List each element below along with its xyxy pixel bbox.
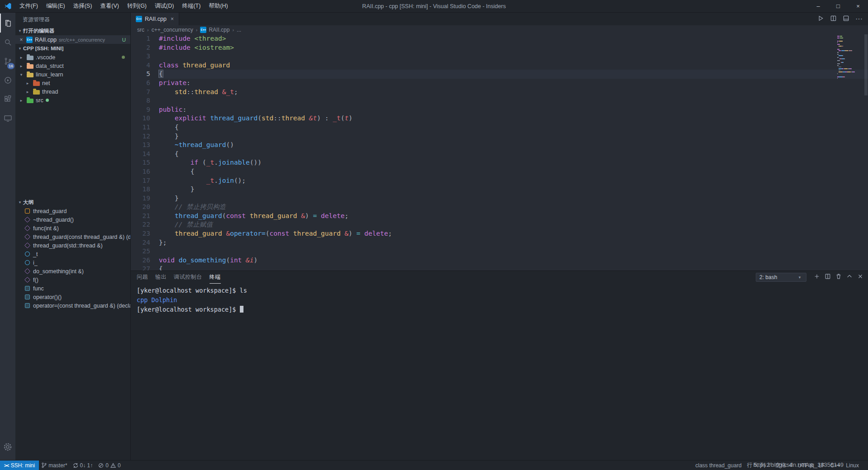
outline-item-2[interactable]: func(int &) bbox=[15, 224, 130, 233]
menu-item-3[interactable]: 查看(V) bbox=[96, 0, 123, 12]
folder-icon bbox=[33, 81, 40, 86]
git-status-dot bbox=[46, 99, 49, 102]
outline-item-0[interactable]: thread_guard bbox=[15, 207, 130, 215]
remote-icon: >< bbox=[4, 463, 9, 468]
status-item-5[interactable]: C++ bbox=[828, 462, 844, 469]
maximize-button[interactable]: □ bbox=[828, 0, 848, 12]
close-icon[interactable]: × bbox=[19, 37, 24, 43]
git-sync-item[interactable]: 0↓ 1↑ bbox=[70, 462, 96, 469]
workspace-header[interactable]: ▾ CPP [SSH: MINI] bbox=[15, 44, 130, 53]
terminal-output[interactable]: [yker@localhost workspace]$ lscpp Dolphi… bbox=[131, 284, 868, 314]
breadcrumb-item-1[interactable]: c++_concurrency bbox=[152, 27, 193, 33]
window-title: RAII.cpp - cpp [SSH: mini] - Visual Stud… bbox=[362, 3, 506, 9]
maximize-panel-button[interactable] bbox=[846, 273, 853, 281]
tree-item--vscode[interactable]: ▸.vscode bbox=[15, 53, 130, 62]
new-terminal-button[interactable] bbox=[814, 273, 820, 281]
status-item-3[interactable]: UTF-8 bbox=[795, 462, 816, 469]
tree-item-data-struct[interactable]: ▸data_struct bbox=[15, 62, 130, 70]
window-controls: – □ × bbox=[808, 0, 868, 12]
run-button[interactable] bbox=[817, 15, 824, 24]
menu-item-1[interactable]: 编辑(E) bbox=[42, 0, 69, 12]
vscode-logo bbox=[0, 3, 15, 9]
outline-item-11[interactable]: operator=(const thread_guard &) (declara… bbox=[15, 301, 130, 310]
remote-explorer-icon[interactable] bbox=[0, 109, 15, 128]
menu-item-7[interactable]: 帮助(H) bbox=[205, 0, 232, 12]
outline-item-3[interactable]: thread_guard(const thread_guard &) (decl… bbox=[15, 233, 130, 241]
remote-indicator[interactable]: >< SSH: mini bbox=[0, 461, 39, 470]
source-control-badge: 16 bbox=[7, 63, 14, 69]
run-debug-icon[interactable] bbox=[0, 71, 15, 90]
outline-item-4[interactable]: thread_guard(std::thread &) bbox=[15, 241, 130, 250]
menu-item-5[interactable]: 调试(D) bbox=[151, 0, 178, 12]
open-editor-filename: RAII.cpp bbox=[35, 37, 57, 43]
cpp-file-icon: C++ bbox=[200, 27, 206, 33]
explorer-icon[interactable] bbox=[0, 14, 15, 33]
symbol-struct-icon bbox=[25, 303, 30, 308]
status-item-1[interactable]: 行 5, 列 2 bbox=[744, 461, 773, 469]
menu-item-0[interactable]: 文件(F) bbox=[15, 0, 42, 12]
breadcrumb-item-2[interactable]: C++RAII.cpp bbox=[200, 27, 229, 33]
status-bar: >< SSH: mini master* 0↓ 1↑ 0 0 class thr… bbox=[0, 460, 868, 470]
tab-close-icon[interactable]: × bbox=[171, 16, 174, 22]
terminal-shell-select[interactable]: 2: bash ▾ bbox=[756, 273, 806, 282]
tree-item-net[interactable]: ▸net bbox=[15, 79, 130, 87]
panel: 问题输出调试控制台终端 2: bash ▾ [yker@localhost wo… bbox=[131, 271, 868, 460]
editor-layout-button[interactable] bbox=[843, 15, 849, 24]
outline-item-7[interactable]: do_something(int &) bbox=[15, 267, 130, 275]
outline-header[interactable]: ▾ 大纲 bbox=[15, 198, 130, 207]
breadcrumb-item-0[interactable]: src bbox=[137, 27, 144, 33]
split-editor-button[interactable] bbox=[830, 15, 837, 24]
code-editor[interactable]: 1234567891011121314151617181920212223242… bbox=[131, 34, 868, 271]
source-control-icon[interactable]: 16 bbox=[0, 52, 15, 71]
tree-item-linux-learn[interactable]: ▾linux_learn bbox=[15, 70, 130, 79]
tab-raii-cpp[interactable]: C++ RAII.cpp × bbox=[131, 13, 179, 25]
panel-tab-0[interactable]: 问题 bbox=[137, 271, 148, 284]
open-editor-item[interactable]: × C++ RAII.cpp src/c++_concurrency U bbox=[15, 35, 130, 44]
close-button[interactable]: × bbox=[848, 0, 868, 12]
tree-item-src[interactable]: ▸src bbox=[15, 96, 130, 104]
outline-item-8[interactable]: f() bbox=[15, 275, 130, 284]
editor-actions: ··· bbox=[817, 13, 868, 25]
minimize-button[interactable]: – bbox=[808, 0, 828, 12]
panel-tab-3[interactable]: 终端 bbox=[210, 271, 221, 284]
cpp-file-icon: C++ bbox=[136, 16, 142, 22]
git-branch-item[interactable]: master* bbox=[39, 462, 70, 469]
open-editors-header[interactable]: ▾ 打开的编辑器 bbox=[15, 26, 130, 35]
search-icon[interactable] bbox=[0, 33, 15, 52]
close-panel-button[interactable] bbox=[857, 273, 863, 281]
panel-tab-1[interactable]: 输出 bbox=[155, 271, 167, 284]
minimap[interactable] bbox=[837, 36, 863, 80]
gutter: 1234567891011121314151617181920212223242… bbox=[131, 34, 159, 271]
panel-actions: 2: bash ▾ bbox=[756, 273, 863, 282]
symbol-method-icon bbox=[24, 225, 30, 231]
extensions-icon[interactable] bbox=[0, 90, 15, 109]
breadcrumb: src›c++_concurrency›C++RAII.cpp›... bbox=[131, 25, 868, 34]
problems-item[interactable]: 0 0 bbox=[95, 462, 123, 469]
status-item-0[interactable]: class thread_guard bbox=[693, 462, 744, 469]
code-lines: #include <thread>#include <iostream>clas… bbox=[159, 34, 868, 271]
outline-item-1[interactable]: ~thread_guard() bbox=[15, 215, 130, 224]
status-item-2[interactable]: 空格: 4 bbox=[773, 461, 795, 469]
tree-item-thread[interactable]: ▸thread bbox=[15, 87, 130, 96]
chevron-down-icon: ▾ bbox=[17, 200, 23, 204]
sync-icon bbox=[73, 463, 78, 468]
more-actions-button[interactable]: ··· bbox=[855, 15, 863, 23]
split-terminal-button[interactable] bbox=[825, 273, 831, 281]
breadcrumb-item-3[interactable]: ... bbox=[237, 27, 241, 33]
status-item-6[interactable]: Linux bbox=[843, 462, 862, 469]
outline-item-6[interactable]: i_ bbox=[15, 258, 130, 267]
git-status-badge: U bbox=[122, 37, 126, 43]
menu-item-4[interactable]: 转到(G) bbox=[123, 0, 151, 12]
status-item-4[interactable]: LF bbox=[816, 462, 828, 469]
menu-item-6[interactable]: 终端(T) bbox=[178, 0, 205, 12]
outline-item-9[interactable]: func bbox=[15, 284, 130, 293]
kill-terminal-button[interactable] bbox=[835, 273, 842, 281]
panel-tab-2[interactable]: 调试控制台 bbox=[174, 271, 202, 284]
manage-gear-icon[interactable] bbox=[0, 437, 15, 456]
editor-scrollbar[interactable] bbox=[864, 34, 868, 271]
chevron-icon: ▸ bbox=[24, 90, 31, 94]
warning-icon bbox=[110, 463, 116, 468]
menu-item-2[interactable]: 选择(S) bbox=[69, 0, 96, 12]
outline-item-10[interactable]: operator()() bbox=[15, 293, 130, 301]
outline-item-5[interactable]: _t bbox=[15, 250, 130, 258]
